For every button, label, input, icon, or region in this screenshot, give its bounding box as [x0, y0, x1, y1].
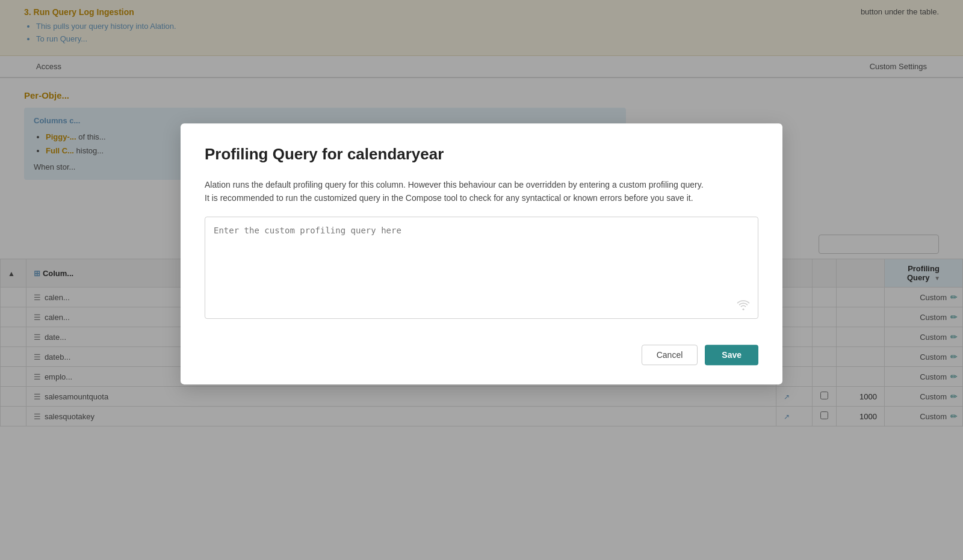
modal-actions: Cancel Save — [205, 345, 758, 365]
modal-description-line1: Alation runs the default profiling query… — [205, 178, 758, 205]
profiling-query-modal: Profiling Query for calendaryear Alation… — [181, 123, 782, 385]
wifi-icon — [737, 300, 750, 313]
modal-title: Profiling Query for calendaryear — [205, 145, 758, 164]
custom-query-textarea[interactable] — [205, 217, 758, 319]
textarea-wrapper — [205, 217, 758, 321]
save-button[interactable]: Save — [705, 345, 758, 365]
cancel-button[interactable]: Cancel — [642, 345, 698, 365]
